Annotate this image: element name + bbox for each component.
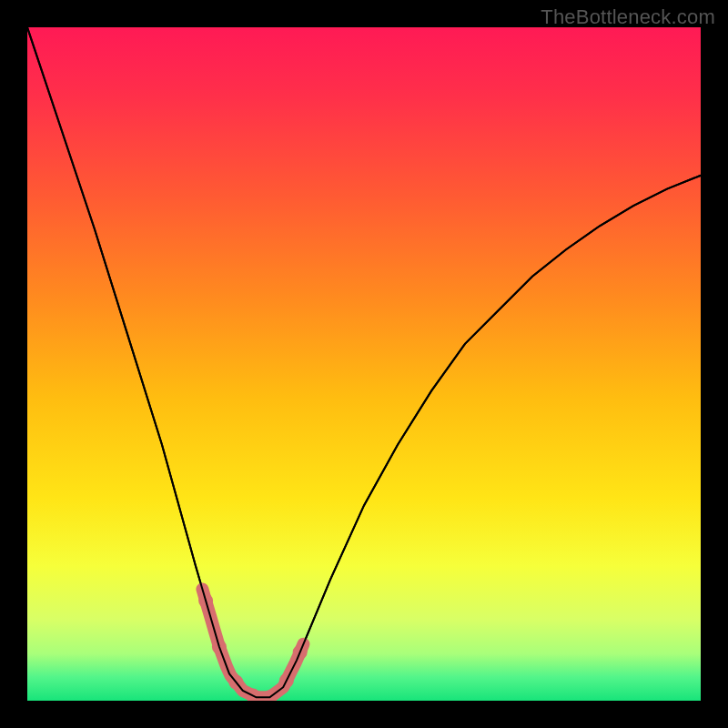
chart-frame: TheBottleneck.com (0, 0, 728, 728)
highlighted-segment (198, 589, 308, 701)
watermark-text: TheBottleneck.com (541, 5, 715, 29)
plot-area (27, 27, 701, 701)
bottleneck-curve (27, 27, 701, 701)
